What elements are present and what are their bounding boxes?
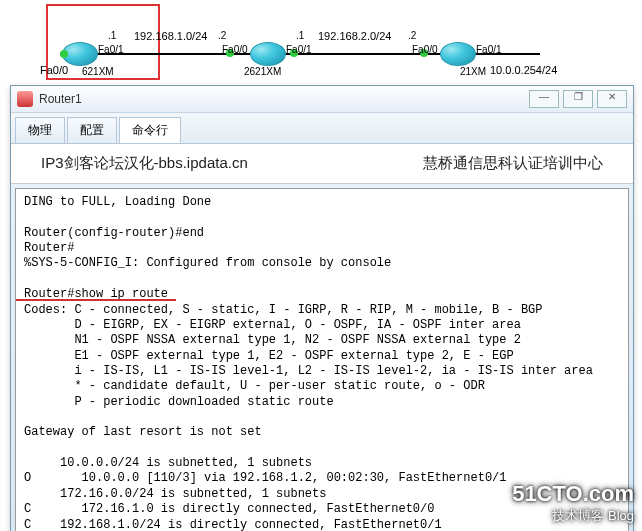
tab-config[interactable]: 配置 xyxy=(67,117,117,143)
tab-cli[interactable]: 命令行 xyxy=(119,117,181,143)
r1-model: 621XM xyxy=(82,66,114,77)
tab-physical[interactable]: 物理 xyxy=(15,117,65,143)
r1-int-left: Fa0/0 xyxy=(40,64,68,76)
r2-ip-right: .1 xyxy=(296,30,304,41)
window-title: Router1 xyxy=(39,92,525,106)
banner: IP3剑客论坛汉化-bbs.ipdata.cn 慧桥通信思科认证培训中心 xyxy=(11,144,633,184)
subnet-label-1: 192.168.1.0/24 xyxy=(134,30,207,42)
banner-left: IP3剑客论坛汉化-bbs.ipdata.cn xyxy=(41,154,423,173)
close-button[interactable]: ✕ xyxy=(597,90,627,108)
watermark: 51CTO.com 技术博客 Blog xyxy=(512,481,634,525)
watermark-small: 技术博客 Blog xyxy=(512,507,634,525)
r3-model: 21XM xyxy=(460,66,486,77)
cli-terminal[interactable]: DING to FULL, Loading Done Router(config… xyxy=(15,188,629,531)
banner-right: 慧桥通信思科认证培训中心 xyxy=(423,154,603,173)
r2-ip-left: .2 xyxy=(218,30,226,41)
link-dot xyxy=(60,50,68,58)
r1-int-right: Fa0/1 xyxy=(98,44,124,55)
titlebar[interactable]: Router1 — ❐ ✕ xyxy=(11,86,633,113)
r2-int-right: Fa0/1 xyxy=(286,44,312,55)
tab-bar: 物理 配置 命令行 xyxy=(11,113,633,144)
minimize-button[interactable]: — xyxy=(529,90,559,108)
r3-ip-left: .2 xyxy=(408,30,416,41)
r1-ip: .1 xyxy=(108,30,116,41)
watermark-big: 51CTO.com xyxy=(512,481,634,507)
router-icon-2[interactable] xyxy=(250,42,286,66)
r2-model: 2621XM xyxy=(244,66,281,77)
r3-int-right: Fa0/1 xyxy=(476,44,502,55)
cmd-underline xyxy=(16,299,176,301)
topology-canvas: 192.168.1.0/24 192.168.2.0/24 10.0.0.254… xyxy=(0,0,642,85)
subnet-label-3: 10.0.0.254/24 xyxy=(490,64,557,76)
router-icon-3[interactable] xyxy=(440,42,476,66)
r3-int-left: Fa0/0 xyxy=(412,44,438,55)
maximize-button[interactable]: ❐ xyxy=(563,90,593,108)
r2-int-left: Fa0/0 xyxy=(222,44,248,55)
app-icon xyxy=(17,91,33,107)
router-window: Router1 — ❐ ✕ 物理 配置 命令行 IP3剑客论坛汉化-bbs.ip… xyxy=(10,85,634,531)
subnet-label-2: 192.168.2.0/24 xyxy=(318,30,391,42)
